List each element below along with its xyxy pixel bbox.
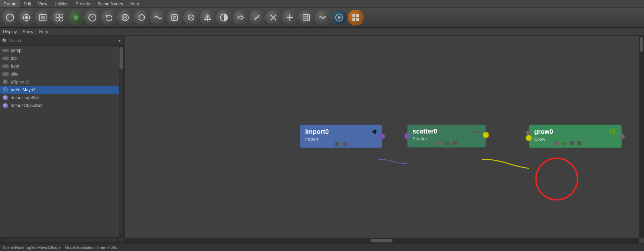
grow0-bottom-conn3[interactable] [570, 141, 574, 145]
tree-item-pgyetimaya1[interactable]: pgYetiMaya1 [0, 86, 119, 94]
import0-title: import0 [305, 128, 329, 136]
search-icon: 🔍 [2, 38, 8, 43]
node-import0[interactable]: import0 Import [300, 125, 382, 148]
canvas-hscroll-thumb[interactable] [371, 239, 392, 242]
status-bar: Scene Node: pgYetiMaya1Shape – Graph Eva… [0, 243, 644, 251]
toolbar-rotate-btn[interactable] [2, 10, 18, 25]
tree-item-front[interactable]: front [0, 62, 119, 70]
search-input[interactable] [9, 38, 117, 43]
grow0-input-yellow[interactable] [526, 135, 532, 141]
svg-rect-45 [356, 18, 359, 21]
scene-tree: persp top front [0, 46, 119, 237]
scatter0-bottom-conn3[interactable] [453, 141, 457, 145]
import0-output[interactable] [379, 134, 385, 139]
sec-menu-display[interactable]: Display [3, 29, 17, 34]
tree-label-defaultlightset: defaultLightSet [11, 95, 39, 100]
svg-point-12 [56, 18, 59, 21]
toolbar-target-btn[interactable] [117, 10, 133, 25]
node-grow0[interactable]: grow0 🌿 Grow [529, 125, 622, 148]
secondary-menu: Display Show Help [0, 28, 644, 36]
menu-create[interactable]: Create [0, 0, 20, 8]
toolbar-up-btn[interactable] [200, 10, 215, 25]
toolbar-leaf-btn[interactable] [68, 10, 84, 25]
svg-rect-35 [303, 14, 309, 21]
toolbar-frame-btn[interactable] [35, 10, 51, 25]
canvas-area[interactable]: import0 Import [125, 36, 644, 243]
tree-item-defaultlightset[interactable]: defaultLightSet [0, 94, 119, 102]
toolbar-cross-btn[interactable] [183, 10, 199, 25]
tree-item-persp[interactable]: persp [0, 47, 119, 54]
red-circle-annotation [535, 158, 578, 201]
tree-item-side[interactable]: side [0, 70, 119, 78]
toolbar-circledot-btn[interactable] [331, 10, 347, 25]
toolbar-multi-btn[interactable] [52, 10, 67, 25]
scatter0-title: scatter0 [413, 128, 437, 135]
import0-bottom-conn2[interactable] [343, 142, 347, 146]
tree-label-top: top [11, 56, 17, 61]
node-scatter0[interactable]: scatter0 Scatter [407, 125, 486, 148]
import0-icon [369, 128, 377, 136]
menu-utilities[interactable]: Utilities [51, 0, 72, 8]
svg-text:!: ! [92, 15, 93, 20]
toolbar-plus-btn[interactable] [282, 10, 298, 25]
toolbar-tilde-btn[interactable] [315, 10, 331, 25]
toolbar-grid-btn[interactable] [348, 10, 364, 25]
canvas-vscroll-thumb[interactable] [640, 37, 643, 52]
toolbar-undo-btn[interactable] [101, 10, 117, 25]
svg-point-41 [338, 16, 341, 19]
toolbar-slash-btn[interactable] [249, 10, 265, 25]
toolbar-half-btn[interactable] [216, 10, 232, 25]
tree-item-psphere1[interactable]: pSphere1 [0, 78, 119, 86]
toolbar-arrow-btn[interactable] [233, 10, 248, 25]
sidebar: 🔍 ▼ persp top [0, 36, 125, 243]
scatter0-bottom-conn1[interactable] [436, 141, 441, 146]
menu-presets[interactable]: Presets [72, 0, 94, 8]
menu-scene-nodes[interactable]: Scene Nodes [94, 0, 127, 8]
sec-menu-show[interactable]: Show [23, 29, 33, 34]
import0-bottom-conn1[interactable] [335, 142, 339, 146]
search-dropdown-icon[interactable]: ▼ [117, 38, 122, 43]
grow0-title: grow0 [534, 128, 553, 136]
menu-view[interactable]: View [35, 0, 51, 8]
toolbar: ! |2 [0, 8, 644, 28]
scatter0-dots [472, 131, 480, 133]
tree-label-persp: persp [11, 48, 21, 53]
sidebar-hscroll[interactable] [1, 238, 117, 242]
tree-label-defaultobjectset: defaultObjectSet [11, 103, 43, 108]
svg-rect-9 [41, 16, 45, 19]
menu-bar: Create Edit View Utilities Presets Scene… [0, 0, 644, 8]
menu-help[interactable]: Help [127, 0, 143, 8]
scatter0-bottom-conn2[interactable] [445, 141, 449, 145]
toolbar-shape-btn[interactable]: |2 [167, 10, 182, 25]
scatter0-output-yellow[interactable] [483, 132, 489, 138]
status-text: Scene Node: pgYetiMaya1Shape – Graph Eva… [3, 245, 117, 250]
svg-point-13 [59, 18, 63, 21]
svg-point-10 [56, 14, 59, 18]
import0-subtitle: Import [305, 136, 377, 142]
tree-label-psphere1: pSphere1 [11, 79, 29, 85]
toolbar-frame2-btn[interactable] [298, 10, 314, 25]
toolbar-flag-btn[interactable]: ! [84, 10, 100, 25]
tree-item-defaultobjectset[interactable]: defaultObjectSet [0, 102, 119, 110]
toolbar-wave-btn[interactable] [150, 10, 166, 25]
grow0-bottom-conn4[interactable] [577, 141, 581, 145]
svg-point-20 [125, 17, 126, 18]
grow0-bottom-conn1[interactable] [554, 141, 559, 146]
svg-rect-43 [356, 14, 359, 17]
toolbar-cross2-btn[interactable] [265, 10, 281, 25]
canvas-vscroll[interactable] [639, 36, 644, 238]
toolbar-refresh-btn[interactable] [134, 10, 150, 25]
tree-item-top[interactable]: top [0, 54, 119, 62]
grow0-icon: 🌿 [609, 128, 616, 136]
toolbar-snap-btn[interactable] [19, 10, 34, 25]
grow0-output[interactable] [620, 134, 625, 139]
sidebar-scrollbar[interactable] [119, 46, 124, 237]
svg-point-2 [25, 16, 28, 19]
grow0-bottom-green[interactable] [562, 141, 567, 146]
scatter0-input[interactable] [404, 133, 410, 139]
svg-text:|2: |2 [173, 15, 177, 20]
menu-edit[interactable]: Edit [20, 0, 35, 8]
sec-menu-help[interactable]: Help [39, 29, 48, 34]
svg-marker-46 [372, 129, 377, 134]
canvas-hscroll[interactable] [125, 238, 639, 243]
